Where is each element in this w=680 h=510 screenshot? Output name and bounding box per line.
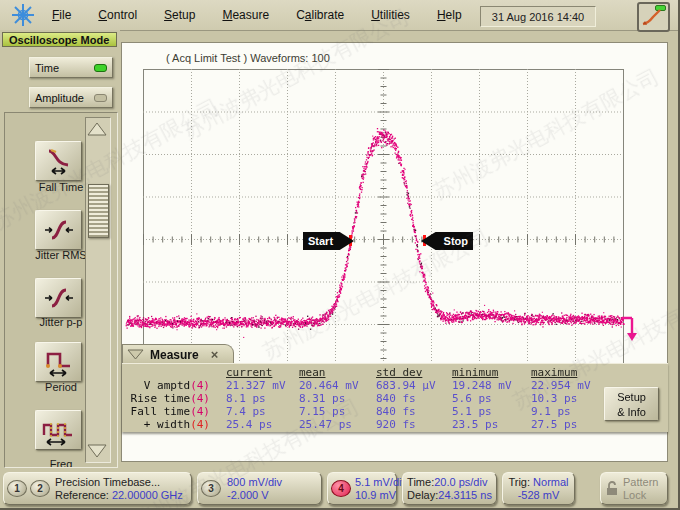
row-label-poswidth: + width(4)	[122, 418, 226, 431]
cell: 27.5 ps	[531, 418, 591, 431]
cell: 5.1 ps	[452, 405, 531, 418]
scroll-up-icon[interactable]	[87, 121, 107, 137]
amplitude-led-icon	[94, 94, 107, 102]
cell: 22.954 mV	[531, 379, 591, 392]
cell: 20.464 mV	[299, 379, 376, 392]
time-delay-button[interactable]: Time:20.0 ps/div Delay:24.3115 ns	[402, 472, 497, 505]
cell: 8.31 ps	[299, 392, 376, 405]
fall-time-icon	[42, 146, 76, 176]
measure-tab-title: Measure	[150, 348, 199, 362]
menu-file[interactable]: File	[52, 8, 71, 22]
measure-table: current mean std dev minimum maximum V a…	[122, 366, 591, 431]
trigger-button[interactable]: Trig: Normal -528 mV	[502, 472, 575, 505]
cell: 10.3 ps	[531, 392, 591, 405]
mode-header: Oscilloscope Mode	[2, 32, 117, 47]
scroll-down-icon[interactable]	[87, 443, 107, 459]
cell: 19.248 mV	[452, 379, 531, 392]
cell: 21.327 mV	[226, 379, 299, 392]
jitter-rms-button[interactable]	[35, 210, 82, 250]
run-pen-icon	[640, 7, 665, 27]
timebase-button[interactable]: 1 2 Precision Timebase... Reference: 22.…	[3, 472, 192, 505]
datetime-display: 31 Aug 2016 14:40	[480, 6, 596, 27]
channel-2-badge[interactable]: 2	[30, 480, 50, 497]
period-button[interactable]	[35, 342, 82, 382]
jitter-rms-icon	[42, 215, 76, 245]
cell: 683.94 μV	[376, 379, 452, 392]
channel-4-button[interactable]: 4 5.1 mV/div 10.9 mV	[327, 472, 397, 505]
cell: 840 fs	[376, 405, 452, 418]
close-icon[interactable]: ×	[211, 347, 219, 362]
freq-icon	[41, 414, 77, 446]
setup-info-button[interactable]: Setup & Info	[604, 387, 659, 421]
pattern-lock-button[interactable]: Pattern Lock	[600, 472, 668, 505]
jitter-pp-button[interactable]	[35, 278, 82, 318]
measure-panel: Measure × current mean std dev minimum m…	[122, 344, 668, 431]
agilent-spark-logo	[8, 2, 38, 28]
channel-1-badge[interactable]: 1	[7, 480, 27, 497]
lock-icon	[605, 481, 619, 497]
sidebar-scrollbar[interactable]	[85, 117, 111, 463]
period-icon	[42, 346, 76, 378]
waveform-end-marker-icon	[620, 314, 642, 342]
menu-help[interactable]: Help	[437, 8, 462, 22]
oscilloscope-screen: File Control Setup Measure Calibrate Uti…	[0, 0, 680, 510]
time-led-icon	[94, 64, 107, 72]
cell: 7.4 ps	[226, 405, 299, 418]
cell: 9.1 ps	[531, 405, 591, 418]
fall-time-button[interactable]	[35, 141, 82, 181]
cell: 840 fs	[376, 392, 452, 405]
measure-panel-body: current mean std dev minimum maximum V a…	[122, 363, 668, 432]
dropdown-amplitude[interactable]: Amplitude	[29, 87, 113, 108]
col-header-minimum: minimum	[452, 366, 531, 379]
menu-utilities[interactable]: Utilities	[371, 8, 410, 22]
sidebar: Oscilloscope Mode Time Amplitude Fall Ti…	[0, 30, 120, 470]
menu-control[interactable]: Control	[98, 8, 137, 22]
cell: 25.4 ps	[226, 418, 299, 431]
row-label-vamptd: V amptd(4)	[122, 379, 226, 392]
freq-button[interactable]	[35, 410, 82, 450]
channel-3-badge[interactable]: 3	[201, 480, 221, 497]
col-header-current: current	[226, 366, 299, 379]
cell: 23.5 ps	[452, 418, 531, 431]
scrollbar-thumb[interactable]	[88, 184, 109, 238]
col-header-mean: mean	[299, 366, 376, 379]
col-header-maximum: maximum	[531, 366, 591, 379]
menu-measure[interactable]: Measure	[222, 8, 269, 22]
channel-3-button[interactable]: 3 800 mV/div -2.000 V	[197, 472, 322, 505]
mode-dropdown-time[interactable]: Time	[29, 57, 113, 78]
status-bar: 1 2 Precision Timebase... Reference: 22.…	[0, 470, 680, 510]
cell: 7.15 ps	[299, 405, 376, 418]
channel-4-badge[interactable]: 4	[331, 480, 351, 497]
row-label-risetime: Rise time(4)	[122, 392, 226, 405]
collapse-triangle-icon[interactable]	[127, 349, 144, 360]
measure-tab[interactable]: Measure ×	[122, 344, 234, 364]
col-header-stddev: std dev	[376, 366, 452, 379]
acquisition-run-button[interactable]	[637, 2, 670, 32]
cell: 5.6 ps	[452, 392, 531, 405]
menu-setup[interactable]: Setup	[164, 8, 195, 22]
menu-bar: File Control Setup Measure Calibrate Uti…	[0, 0, 680, 31]
measure-tool-panel: Fall Time Jitter RMS Jitter p-p	[4, 112, 118, 468]
cell: 25.47 ps	[299, 418, 376, 431]
menu-calibrate[interactable]: Calibrate	[296, 8, 344, 22]
cell: 920 fs	[376, 418, 452, 431]
jitter-pp-icon	[42, 283, 76, 313]
row-label-falltime: Fall time(4)	[122, 405, 226, 418]
cell: 8.1 ps	[226, 392, 299, 405]
